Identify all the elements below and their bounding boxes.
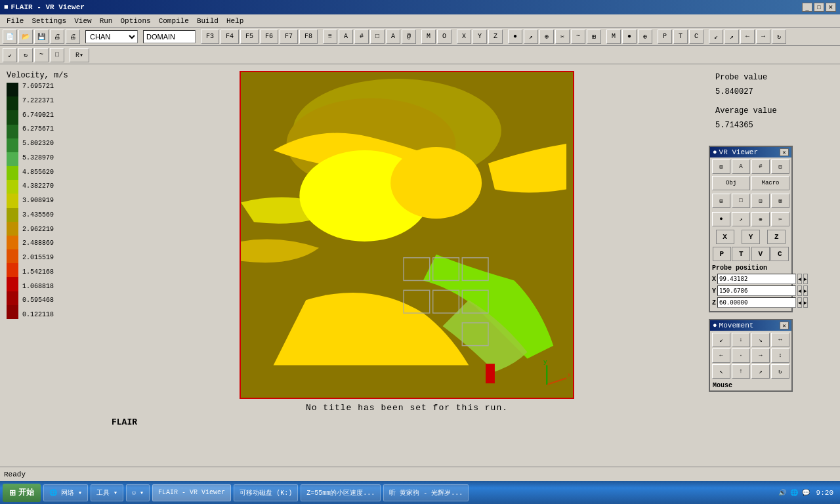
mov-center[interactable]: · <box>732 348 750 363</box>
probe-z-input[interactable] <box>717 297 796 308</box>
tb-open[interactable]: 📂 <box>18 30 33 44</box>
tb-b2[interactable]: ↗ <box>524 30 538 44</box>
vr-g2-1[interactable]: ⊞ <box>712 194 730 208</box>
taskbar-network[interactable]: 🌐 网络 ▾ <box>43 484 88 501</box>
menu-file[interactable]: File <box>3 16 28 26</box>
vr-obj-btn[interactable]: Obj <box>712 176 750 190</box>
probe-x-inc[interactable]: ► <box>803 274 808 284</box>
mov-s[interactable]: ↓ <box>732 333 750 347</box>
f7-btn[interactable]: F7 <box>280 30 298 44</box>
tb-b4[interactable]: ✂ <box>555 30 570 44</box>
vr-g3-3[interactable]: ⊕ <box>751 212 770 226</box>
probe-z-dec[interactable]: ◄ <box>797 297 802 308</box>
maximize-button[interactable]: □ <box>814 3 824 12</box>
menu-run[interactable]: Run <box>96 16 117 26</box>
viewport[interactable]: x y <box>240 71 574 399</box>
vr-t-btn[interactable]: T <box>732 247 750 261</box>
taskbar-tools[interactable]: 工具 ▾ <box>91 484 123 501</box>
tb-b1[interactable]: ● <box>508 30 522 44</box>
menu-settings[interactable]: Settings <box>28 16 70 26</box>
tb-save[interactable]: 💾 <box>34 30 49 44</box>
tb-v6[interactable]: @ <box>402 30 416 44</box>
tb-o[interactable]: O <box>437 30 452 44</box>
taskbar-face[interactable]: ☺ ▾ <box>126 484 150 501</box>
mov-se[interactable]: ↘ <box>751 333 770 347</box>
tb-v1[interactable]: ≡ <box>323 30 337 44</box>
vr-g2-2[interactable]: □ <box>732 194 750 208</box>
vr-c-btn[interactable]: C <box>770 247 789 261</box>
tb-b7[interactable]: ● <box>622 30 637 44</box>
probe-z-inc[interactable]: ► <box>803 297 808 308</box>
tb-b5[interactable]: ~ <box>571 30 585 44</box>
taskbar-music[interactable]: 听 黄家驹 - 光辉岁... <box>383 484 469 501</box>
tb-x[interactable]: X <box>457 30 471 44</box>
vr-g3-1[interactable]: ● <box>712 212 730 226</box>
f3-btn[interactable]: F3 <box>201 30 219 44</box>
movement-close-button[interactable]: ✕ <box>780 322 789 329</box>
tb-arr2[interactable]: ↗ <box>724 30 739 44</box>
tb-t[interactable]: T <box>673 30 688 44</box>
mov-n[interactable]: ↑ <box>732 364 750 379</box>
tb-print2[interactable]: 🖨 <box>66 30 80 44</box>
probe-x-dec[interactable]: ◄ <box>797 274 802 284</box>
tb2-b4[interactable]: □ <box>50 48 64 62</box>
tb-m[interactable]: M <box>421 30 436 44</box>
f8-btn[interactable]: F8 <box>299 30 318 44</box>
probe-y-input[interactable] <box>717 285 796 296</box>
domain-input[interactable] <box>143 30 196 43</box>
probe-y-inc[interactable]: ► <box>803 285 808 296</box>
f5-btn[interactable]: F5 <box>240 30 259 44</box>
menu-compile[interactable]: Compile <box>155 16 193 26</box>
mov-sw[interactable]: ↙ <box>712 333 730 347</box>
tb-p[interactable]: P <box>658 30 672 44</box>
vr-p-btn[interactable]: P <box>713 247 731 261</box>
tb-v2[interactable]: A <box>339 30 353 44</box>
menu-options[interactable]: Options <box>116 16 154 26</box>
tb-z[interactable]: Z <box>488 30 503 44</box>
mov-e[interactable]: → <box>751 348 770 363</box>
tb-v5[interactable]: A <box>386 30 400 44</box>
mov-ne[interactable]: ↗ <box>751 364 770 379</box>
tb-b3[interactable]: ⊕ <box>539 30 554 44</box>
tb-b6[interactable]: ⊞ <box>587 30 601 44</box>
vr-x-btn[interactable]: X <box>716 230 734 244</box>
tb-v4[interactable]: □ <box>370 30 385 44</box>
vr-y-btn[interactable]: Y <box>742 230 760 244</box>
vr-grid-btn-4[interactable]: ⊡ <box>771 159 789 174</box>
title-bar-controls[interactable]: _ □ ✕ <box>802 3 836 12</box>
tb-print[interactable]: 🖨 <box>50 30 64 44</box>
vr-g2-3[interactable]: ⊡ <box>751 194 770 208</box>
vr-grid-btn-3[interactable]: # <box>751 159 770 174</box>
tb2-r-dropdown[interactable]: R▾ <box>70 48 89 62</box>
tb-arr4[interactable]: → <box>756 30 770 44</box>
minimize-button[interactable]: _ <box>802 3 812 12</box>
tb-b8[interactable]: ⊕ <box>638 30 652 44</box>
f6-btn[interactable]: F6 <box>260 30 278 44</box>
tb-y[interactable]: Y <box>472 30 487 44</box>
tb2-b2[interactable]: ↻ <box>18 48 33 62</box>
menu-build[interactable]: Build <box>193 16 222 26</box>
tb2-b3[interactable]: ~ <box>34 48 49 62</box>
mov-nw[interactable]: ↖ <box>712 364 730 379</box>
taskbar-z55[interactable]: Z=55mm的小区速度... <box>301 484 381 501</box>
vr-close-button[interactable]: ✕ <box>780 148 789 156</box>
chan-dropdown[interactable]: CHAN <box>85 30 138 43</box>
taskbar-flair[interactable]: FLAIR - VR Viewer <box>152 484 231 501</box>
vr-grid-btn-2[interactable]: A <box>732 159 750 174</box>
tb-m2[interactable]: M <box>606 30 621 44</box>
taskbar-drive[interactable]: 可移动磁盘 (K:) <box>234 484 298 501</box>
menu-view[interactable]: View <box>70 16 95 26</box>
vr-g3-2[interactable]: ↗ <box>732 212 750 226</box>
probe-y-dec[interactable]: ◄ <box>797 285 802 296</box>
vr-g3-4[interactable]: ✂ <box>771 212 789 226</box>
tb-arr3[interactable]: ← <box>740 30 755 44</box>
mov-h[interactable]: ↔ <box>771 333 789 347</box>
mov-w[interactable]: ← <box>712 348 730 363</box>
probe-x-input[interactable] <box>717 274 796 284</box>
tb-arr1[interactable]: ↙ <box>709 30 723 44</box>
vr-macro-btn[interactable]: Macro <box>751 176 789 190</box>
f4-btn[interactable]: F4 <box>220 30 239 44</box>
tb2-b1[interactable]: ↙ <box>3 48 17 62</box>
mov-v[interactable]: ↕ <box>771 348 789 363</box>
tb-new[interactable]: 📄 <box>3 30 17 44</box>
